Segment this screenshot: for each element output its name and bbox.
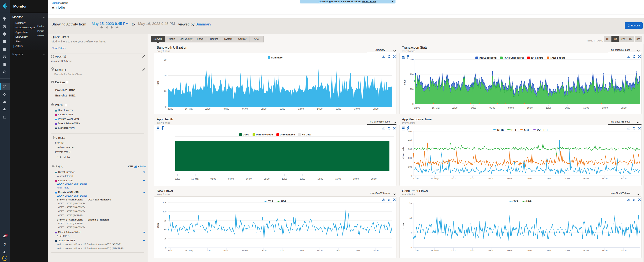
svg-text:milliseconds: milliseconds: [402, 147, 405, 160]
svg-text:16:00: 16:00: [336, 108, 341, 110]
svg-text:0: 0: [412, 103, 414, 105]
svg-text:0: 0: [165, 246, 166, 249]
svg-text:61: 61: [5, 234, 7, 236]
svg-text:16:00: 16:00: [336, 178, 341, 180]
svg-text:22:00: 22:00: [168, 108, 173, 110]
svg-text:06:00: 06:00: [246, 178, 252, 180]
svg-text:10:00: 10:00: [527, 107, 533, 109]
svg-text:12:00: 12:00: [300, 178, 305, 180]
svg-text:200: 200: [410, 73, 414, 75]
svg-text:20: 20: [164, 90, 166, 92]
svg-text:12:00: 12:00: [298, 108, 304, 110]
svg-text:75: 75: [164, 220, 166, 222]
svg-text:?: ?: [4, 242, 6, 246]
svg-text:200: 200: [408, 157, 412, 159]
svg-text:100: 100: [408, 166, 412, 168]
svg-text:count: count: [402, 222, 405, 228]
svg-text:06:00: 06:00: [490, 107, 495, 109]
svg-text:08:00: 08:00: [508, 107, 514, 109]
svg-text:16. May: 16. May: [432, 107, 440, 109]
svg-text:0: 0: [411, 246, 412, 249]
svg-text:18:00: 18:00: [354, 108, 360, 110]
svg-text:08:00: 08:00: [261, 108, 266, 110]
svg-text:22:00: 22:00: [414, 107, 420, 109]
svg-text:count: count: [156, 222, 159, 228]
svg-text:100: 100: [410, 88, 414, 90]
svg-text:300: 300: [408, 148, 412, 150]
svg-text:40: 40: [164, 74, 166, 77]
svg-text:06:00: 06:00: [242, 108, 248, 110]
svg-text:10: 10: [409, 217, 412, 219]
svg-text:04:00: 04:00: [224, 108, 229, 110]
svg-text:04:00: 04:00: [228, 178, 234, 180]
svg-text:20:00: 20:00: [373, 108, 378, 110]
svg-text:16. May: 16. May: [185, 108, 193, 110]
svg-text:12:00: 12:00: [546, 107, 551, 109]
svg-text:16. May: 16. May: [191, 178, 199, 180]
svg-text:Kbps: Kbps: [156, 81, 159, 86]
svg-text:400: 400: [408, 139, 412, 142]
svg-text:10:00: 10:00: [280, 108, 285, 110]
svg-text:10:00: 10:00: [282, 178, 288, 180]
svg-text:100: 100: [163, 210, 166, 213]
svg-text:20:00: 20:00: [621, 107, 626, 109]
svg-text:22:00: 22:00: [175, 178, 180, 180]
svg-text:14:00: 14:00: [317, 108, 322, 110]
svg-text:02:00: 02:00: [210, 178, 216, 180]
svg-text:CI: CI: [4, 257, 6, 260]
svg-text:02:00: 02:00: [452, 107, 458, 109]
svg-text:5: 5: [411, 231, 412, 234]
svg-text:25: 25: [164, 237, 166, 240]
svg-text:04:00: 04:00: [470, 107, 476, 109]
svg-text:02:00: 02:00: [205, 108, 210, 110]
svg-text:0: 0: [165, 106, 166, 108]
svg-text:16:00: 16:00: [583, 107, 589, 109]
svg-text:20:00: 20:00: [371, 178, 376, 180]
svg-text:08:00: 08:00: [264, 178, 270, 180]
svg-text:18:00: 18:00: [353, 178, 359, 180]
svg-text:50: 50: [164, 228, 166, 231]
svg-text:14:00: 14:00: [318, 178, 323, 180]
svg-text:14:00: 14:00: [565, 107, 570, 109]
svg-text:count: count: [404, 79, 406, 85]
svg-text:0: 0: [411, 175, 412, 177]
svg-text:18:00: 18:00: [602, 107, 608, 109]
